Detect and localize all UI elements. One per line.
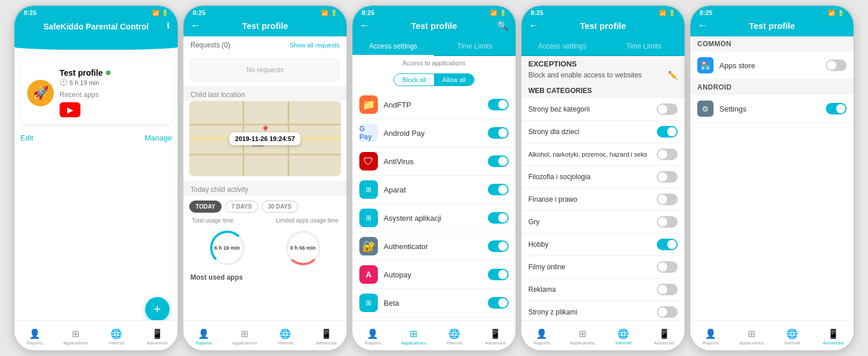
autopay-toggle[interactable] bbox=[488, 269, 509, 280]
tab-7days[interactable]: 7 DAYS bbox=[225, 201, 258, 213]
nav-apps-5[interactable]: ⊞ Applications bbox=[731, 326, 773, 346]
nav-internet-1[interactable]: 🌐 Internet bbox=[96, 326, 137, 346]
usage-row: Total usage time Limited apps usage time bbox=[183, 215, 347, 226]
androidpay-toggle[interactable] bbox=[488, 127, 509, 139]
cat-toggle-4[interactable] bbox=[657, 194, 678, 205]
manage-button[interactable]: Manage bbox=[145, 134, 172, 142]
search-icon-3[interactable]: 🔍 bbox=[497, 20, 509, 31]
cat-toggle-2[interactable] bbox=[657, 149, 678, 160]
asystent-toggle[interactable] bbox=[488, 212, 509, 224]
andftp-toggle[interactable] bbox=[488, 99, 509, 110]
nav-apps-4[interactable]: ⊞ Applications bbox=[562, 326, 604, 346]
cat-name-3: Filozofia i socjologia bbox=[528, 173, 590, 181]
status-icons-2: 📶 🔋 bbox=[321, 10, 337, 16]
tab-time-4[interactable]: Time Limits bbox=[603, 38, 685, 56]
nav-advanced-1[interactable]: 📱 Advanced bbox=[137, 326, 178, 346]
tabs-4: Access settings Time Limits bbox=[521, 36, 685, 56]
app-row-andftp: 📁 AndFTP bbox=[352, 91, 516, 119]
show-all-link[interactable]: Show all requests bbox=[289, 42, 340, 49]
asystent-name: Asystent aplikacji bbox=[384, 214, 482, 222]
location-label: Child last location bbox=[183, 86, 347, 101]
cat-toggle-6[interactable] bbox=[657, 239, 678, 250]
app-row-beta: ⊞ Beta bbox=[352, 289, 516, 317]
advanced-icon-2: 📱 bbox=[321, 328, 332, 339]
nav-apps-1[interactable]: ⊞ Applications bbox=[56, 326, 97, 346]
auth-toggle[interactable] bbox=[488, 240, 509, 252]
nav-advanced-3[interactable]: 📱 Advanced bbox=[475, 326, 516, 346]
nav-internet-3[interactable]: 🌐 Internet bbox=[434, 326, 475, 346]
nav-reports-1[interactable]: 👤 Raports bbox=[14, 326, 56, 346]
header-4: ← Test profile bbox=[521, 18, 685, 36]
settings-toggle[interactable] bbox=[826, 103, 847, 114]
cat-toggle-5[interactable] bbox=[657, 216, 678, 228]
tab-today[interactable]: TODAY bbox=[189, 201, 222, 213]
aparat-toggle[interactable] bbox=[488, 184, 509, 195]
asystent-icon: ⊞ bbox=[359, 209, 378, 227]
nav-reports-5[interactable]: 👤 Raports bbox=[690, 326, 731, 346]
cat-toggle-0[interactable] bbox=[657, 103, 678, 115]
profile-actions: Edit Manage bbox=[14, 134, 178, 142]
back-arrow-4[interactable]: ← bbox=[528, 20, 539, 32]
beta-toggle[interactable] bbox=[488, 297, 509, 309]
fab-button[interactable]: + bbox=[145, 297, 170, 321]
back-arrow-5[interactable]: ← bbox=[697, 20, 708, 32]
internet-icon-2: 🌐 bbox=[279, 328, 291, 339]
edit-icon[interactable]: ✏️ bbox=[668, 71, 678, 80]
nav-advanced-4[interactable]: 📱 Advanced bbox=[644, 326, 685, 346]
cat-name-9: Strony z plikami bbox=[528, 308, 578, 316]
internet-label-2: Internet bbox=[278, 340, 293, 346]
cat-toggle-7[interactable] bbox=[657, 261, 678, 273]
app-list-3: 📁 AndFTP G Pay Android Pay 🛡 AntiVirus ⊞… bbox=[352, 91, 516, 350]
apps-nav-label: Applications bbox=[63, 340, 88, 346]
tab-30days[interactable]: 30 DAYS bbox=[262, 201, 298, 213]
tab-time-3[interactable]: Time Limits bbox=[434, 38, 516, 56]
info-icon[interactable]: ℹ bbox=[167, 21, 170, 30]
internet-icon-3: 🌐 bbox=[448, 328, 460, 339]
cat-toggle-1[interactable] bbox=[657, 126, 678, 138]
nav-advanced-5[interactable]: 📱 Advanced bbox=[813, 326, 854, 346]
block-all-option[interactable]: Block all bbox=[394, 74, 434, 86]
tab-access-3[interactable]: Access settings bbox=[352, 38, 434, 56]
nav-reports-3[interactable]: 👤 Raports bbox=[352, 326, 393, 346]
internet-label-5: Internet bbox=[785, 340, 800, 346]
total-time: 6 h 19 min bbox=[214, 245, 240, 251]
exceptions-title: EXCEPTIONS bbox=[528, 60, 678, 68]
circles-row: 6 h 19 min 0 h 56 min bbox=[183, 226, 347, 270]
battery-icon-3: 🔋 bbox=[499, 10, 506, 16]
back-arrow-2[interactable]: ← bbox=[190, 20, 201, 32]
android-section: ANDROID bbox=[690, 80, 854, 95]
advanced-icon-4: 📱 bbox=[659, 328, 670, 339]
andftp-name: AndFTP bbox=[384, 101, 482, 109]
allow-all-option[interactable]: Allow all bbox=[434, 74, 473, 86]
recent-apps-label: Recent apps bbox=[60, 91, 111, 99]
nav-advanced-2[interactable]: 📱 Advanced bbox=[306, 326, 347, 346]
most-used-label: Most used apps bbox=[183, 270, 347, 285]
exceptions-section: EXCEPTIONS Block and enable access to we… bbox=[521, 56, 685, 83]
nav-reports-2[interactable]: 👤 Raports bbox=[183, 326, 225, 346]
cat-toggle-9[interactable] bbox=[657, 306, 678, 318]
youtube-icon[interactable]: ▶ bbox=[60, 102, 80, 117]
aparat-icon: ⊞ bbox=[359, 180, 378, 199]
back-arrow-3[interactable]: ← bbox=[359, 20, 370, 32]
access-toggle-row: Block all Allow all bbox=[352, 69, 516, 91]
nav-internet-5[interactable]: 🌐 Internet bbox=[772, 326, 813, 346]
advanced-nav-label: Advanced bbox=[147, 340, 168, 346]
header-3: ← Test profile 🔍 bbox=[352, 18, 516, 36]
nav-apps-3[interactable]: ⊞ Applications bbox=[393, 326, 435, 346]
app-row-antivirus: 🛡 AntiVirus bbox=[352, 147, 516, 176]
nav-apps-2[interactable]: ⊞ Applications bbox=[225, 326, 266, 346]
edit-button[interactable]: Edit bbox=[20, 134, 33, 142]
apps-store-toggle[interactable] bbox=[826, 60, 847, 71]
bottom-nav-4: 👤 Raports ⊞ Applications 🌐 Internet 📱 Ad… bbox=[521, 320, 685, 350]
apps-label-2: Applications bbox=[232, 340, 257, 346]
antivirus-toggle[interactable] bbox=[488, 155, 509, 167]
cat-toggle-3[interactable] bbox=[657, 171, 678, 183]
web-cat-title: WEB CATEGORIES bbox=[521, 83, 685, 98]
nav-reports-4[interactable]: 👤 Raports bbox=[521, 326, 562, 346]
cat-toggle-8[interactable] bbox=[657, 284, 678, 295]
antivirus-icon: 🛡 bbox=[359, 152, 378, 170]
phone-1: 8:25 📶 🔋 SafeKiddo Parental Control ℹ 🚀 … bbox=[13, 5, 179, 351]
tab-access-4[interactable]: Access settings bbox=[521, 38, 603, 56]
nav-internet-2[interactable]: 🌐 Internet bbox=[265, 326, 306, 346]
nav-internet-4[interactable]: 🌐 Internet bbox=[603, 326, 644, 346]
